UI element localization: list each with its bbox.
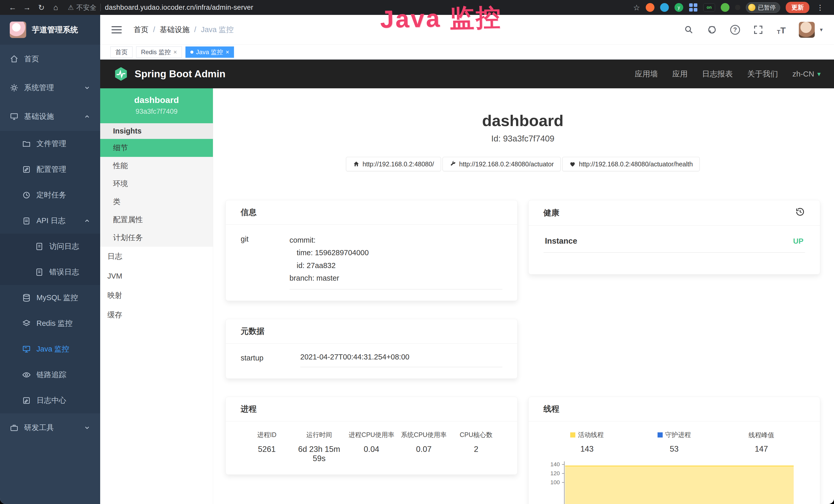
help-icon[interactable]: ?: [729, 24, 741, 36]
fullscreen-icon[interactable]: [752, 24, 764, 36]
extension-icon[interactable]: [646, 3, 655, 12]
bookmark-star-icon[interactable]: ☆: [633, 3, 640, 12]
sidebar-item-trace[interactable]: 链路追踪: [0, 362, 100, 388]
sidebar-item-label: 日志中心: [37, 395, 66, 406]
sba-instance-header[interactable]: dashboard 93a3fc7f7409: [100, 88, 213, 123]
sidebar-item-system[interactable]: 系统管理: [0, 73, 100, 102]
history-icon[interactable]: [795, 207, 805, 219]
sidebar-item-label: 配置管理: [37, 164, 66, 175]
url-text[interactable]: dashboard.yudao.iocoder.cn/infra/admin-s…: [105, 4, 253, 12]
github-icon[interactable]: [706, 24, 718, 36]
close-icon[interactable]: ×: [173, 48, 177, 56]
back-icon[interactable]: ←: [7, 3, 19, 12]
process-col: CPU核心数 2: [450, 431, 502, 463]
address-bar[interactable]: ⚠ 不安全 dashboard.yudao.iocoder.cn/infra/a…: [68, 3, 253, 12]
link-label: http://192.168.0.2:48080/actuator/health: [579, 160, 693, 168]
sba-item-jvm[interactable]: JVM: [100, 266, 213, 286]
clock-icon: [22, 191, 31, 200]
sba-item-config-props[interactable]: 配置属性: [100, 211, 213, 229]
sba-item-performance[interactable]: 性能: [100, 157, 213, 175]
paused-badge[interactable]: 已暂停: [746, 2, 780, 13]
breadcrumb-home[interactable]: 首页: [134, 25, 149, 35]
sidebar-item-error-log[interactable]: 错误日志: [0, 259, 100, 285]
sba-brand[interactable]: Spring Boot Admin: [113, 67, 225, 82]
browser-menu-kebab-icon[interactable]: ⋮: [816, 3, 824, 12]
tab-home[interactable]: 首页: [110, 46, 133, 58]
sba-nav-about[interactable]: 关于我们: [747, 69, 778, 79]
sidebar-item-config[interactable]: 配置管理: [0, 157, 100, 182]
reload-icon[interactable]: ↻: [36, 3, 47, 12]
extension-icon[interactable]: [721, 3, 729, 12]
layers-icon: [22, 319, 31, 328]
legend-label: 活动线程: [578, 431, 603, 439]
extension-icon[interactable]: y: [675, 3, 683, 12]
sidebar-item-file[interactable]: 文件管理: [0, 131, 100, 157]
col-value: 5261: [241, 445, 293, 454]
sidebar-item-label: Redis 监控: [37, 318, 72, 329]
extension-icon[interactable]: [660, 3, 669, 12]
sidebar-item-job[interactable]: 定时任务: [0, 182, 100, 208]
instance-actuator-link[interactable]: http://192.168.0.2:48080/actuator: [443, 157, 561, 171]
sidebar-item-log-center[interactable]: 日志中心: [0, 388, 100, 413]
sidebar-item-devtools[interactable]: 研发工具: [0, 413, 100, 442]
breadcrumb-section[interactable]: 基础设施: [160, 25, 190, 35]
heart-icon: [569, 161, 576, 167]
forward-icon[interactable]: →: [21, 3, 33, 12]
sba-instance-id: 93a3fc7f7409: [103, 108, 211, 116]
chevron-down-icon: [84, 85, 90, 91]
tab-redis[interactable]: Redis 监控 ×: [136, 46, 182, 58]
search-icon[interactable]: [683, 24, 695, 36]
user-avatar[interactable]: [799, 22, 815, 38]
sba-item-scheduled-tasks[interactable]: 计划任务: [100, 229, 213, 247]
health-card: 健康 Instance UP: [528, 200, 820, 274]
sidebar-item-label: 访问日志: [49, 241, 79, 252]
avatar-caret-icon[interactable]: ▾: [820, 26, 823, 33]
not-secure-warning[interactable]: ⚠ 不安全: [68, 3, 96, 12]
font-size-icon[interactable]: TT: [776, 24, 787, 36]
wrench-icon: [449, 161, 456, 167]
process-card: 进程 进程ID 5261 运行时间: [225, 397, 518, 475]
hamburger-icon[interactable]: [111, 26, 122, 33]
sidebar-item-api-log[interactable]: API 日志: [0, 208, 100, 234]
tab-java[interactable]: Java 监控 ×: [185, 46, 234, 58]
extension-row: ☆ y on 已暂停 更新 ⋮: [633, 2, 824, 13]
breadcrumb-current: Java 监控: [201, 25, 234, 35]
sidebar-item-label: MySQL 监控: [37, 293, 78, 303]
instance-label: Instance: [545, 236, 577, 246]
home-icon[interactable]: ⌂: [50, 3, 62, 12]
sba-item-logs[interactable]: 日志: [100, 247, 213, 266]
close-icon[interactable]: ×: [225, 48, 229, 56]
sba-nav-wallboard[interactable]: 应用墙: [635, 69, 658, 79]
sba-nav-journal[interactable]: 日志报表: [702, 69, 733, 79]
legend-label: 守护进程: [665, 431, 691, 439]
sba-item-classes[interactable]: 类: [100, 193, 213, 211]
extension-on-toggle-icon[interactable]: on: [703, 3, 715, 12]
sba-item-environment[interactable]: 环境: [100, 175, 213, 193]
link-label: http://192.168.0.2:48080/: [363, 160, 434, 168]
sidebar-item-mysql[interactable]: MySQL 监控: [0, 285, 100, 311]
monitor-icon: [10, 112, 19, 121]
info-card-title: 信息: [226, 200, 517, 225]
update-button[interactable]: 更新: [786, 2, 809, 13]
sba-nav-applications[interactable]: 应用: [672, 69, 687, 79]
threads-chart: 140 120 100: [544, 461, 805, 504]
legend-value: 143: [544, 444, 631, 454]
sidebar-item-label: API 日志: [37, 216, 66, 226]
instance-root-link[interactable]: http://192.168.0.2:48080/: [346, 157, 441, 171]
extension-icon[interactable]: [735, 5, 740, 10]
breadcrumb-separator: /: [194, 25, 196, 34]
extension-grid-icon[interactable]: [689, 3, 698, 12]
sidebar-item-home[interactable]: 首页: [0, 45, 100, 73]
process-col: 进程ID 5261: [241, 431, 293, 463]
sba-item-mappings[interactable]: 映射: [100, 286, 213, 305]
instance-health-link[interactable]: http://192.168.0.2:48080/actuator/health: [562, 157, 700, 171]
sidebar-item-redis[interactable]: Redis 监控: [0, 311, 100, 336]
edit-icon: [22, 165, 31, 174]
sba-item-details[interactable]: 细节: [100, 139, 213, 157]
sidebar-item-infra[interactable]: 基础设施: [0, 102, 100, 131]
sidebar-item-java[interactable]: Java 监控: [0, 336, 100, 362]
sidebar-item-access-log[interactable]: 访问日志: [0, 234, 100, 259]
sba-item-caches[interactable]: 缓存: [100, 305, 213, 325]
sba-locale-select[interactable]: zh-CN ▾: [792, 70, 821, 78]
git-id-line: id: 27aa832: [289, 259, 502, 272]
